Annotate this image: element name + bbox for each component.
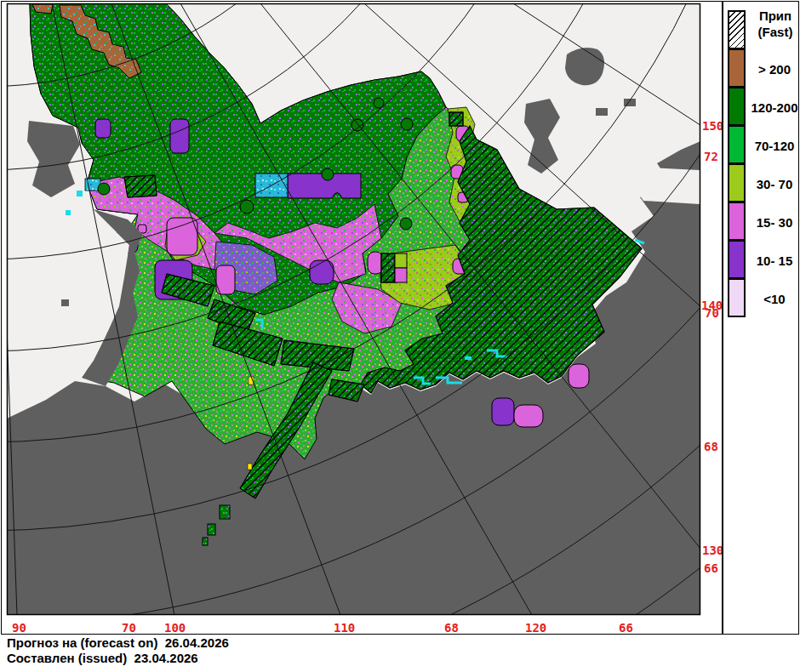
tick-label: 100: [164, 621, 186, 635]
legend-swatch-120-200: [728, 87, 746, 126]
legend-swatch-15-30: [728, 202, 746, 241]
river-dot: [465, 356, 471, 360]
island: [565, 48, 604, 85]
lagoon: [591, 124, 614, 138]
legend-title: Прип (Fast): [751, 8, 799, 40]
tick-label: 68: [704, 440, 718, 453]
island: [624, 99, 636, 106]
forecast-date-line: Прогноз на (forecast on) 26.04.2026: [7, 635, 229, 650]
legend-label-15-30: 15- 30: [749, 215, 800, 230]
tick-label: 68: [444, 621, 459, 635]
station-marker: [248, 464, 252, 470]
legend-panel: Прип (Fast) > 200 120-200 70-120 30- 70 …: [722, 1, 800, 634]
legend-label-gt200: > 200: [749, 62, 800, 77]
ice-chart-map: 90 70 100 110 68 120 66 150 72 140 70 68…: [0, 0, 800, 672]
legend-swatch-lt10: [728, 278, 746, 317]
legend-swatch-gt200: [728, 48, 746, 88]
tick-label: 70: [705, 306, 719, 320]
legend-swatch-10-15: [728, 240, 746, 279]
tick-label: 72: [704, 150, 718, 163]
issued-date-line: Составлен (issued) 23.04.2026: [7, 651, 198, 665]
legend-swatch-30-70: [728, 163, 746, 202]
legend-label-70-120: 70-120: [749, 139, 800, 153]
legend-swatch-70-120: [728, 125, 746, 164]
river-dot: [66, 210, 71, 215]
ice-forecast-window: 90 70 100 110 68 120 66 150 72 140 70 68…: [0, 0, 800, 672]
tick-label: 150: [702, 119, 723, 133]
legend-label-120-200: 120-200: [749, 100, 800, 115]
legend-label-lt10: <10: [749, 292, 800, 306]
lagoon: [633, 167, 700, 204]
tick-label: 120: [525, 621, 546, 635]
legend-title-line1: Прип: [759, 9, 791, 23]
island: [61, 299, 69, 306]
legend-title-line2: (Fast): [758, 25, 793, 39]
quartered-ice-cell: [381, 253, 407, 282]
legend-swatch-fast: [728, 10, 746, 49]
river-dot: [77, 191, 83, 196]
island: [675, 154, 683, 160]
island: [596, 108, 608, 116]
tick-label: 66: [704, 561, 718, 575]
tick-label: 130: [702, 544, 723, 557]
tick-label: 66: [619, 621, 633, 635]
tick-label: 70: [122, 621, 136, 635]
tick-label: 90: [12, 621, 26, 635]
legend-label-10-15: 10- 15: [749, 253, 800, 268]
legend-label-30-70: 30- 70: [749, 177, 800, 191]
tick-label: 110: [334, 621, 355, 635]
